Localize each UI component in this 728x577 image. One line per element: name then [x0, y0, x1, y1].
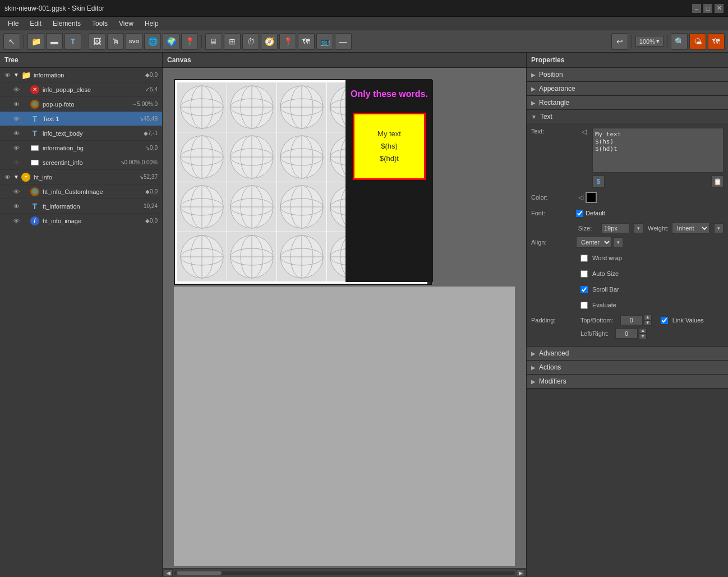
tree-item-ht-info-customimage[interactable]: 👁 🌐 ht_info_CustomImage ◆0,0 [0, 184, 162, 199]
close-button[interactable]: ✕ [715, 4, 724, 13]
tool-pin[interactable]: 📍 [181, 33, 198, 50]
menu-tools[interactable]: Tools [86, 19, 113, 29]
scroll-right-btn[interactable]: ▶ [516, 569, 525, 577]
expand-btn [21, 202, 29, 210]
menu-help[interactable]: Help [139, 19, 164, 29]
menu-file[interactable]: File [2, 19, 24, 29]
canvas-panel: Canvas // We'll generate globes inline v… [163, 53, 526, 577]
top-bottom-spin-down[interactable]: ▼ [644, 320, 652, 326]
menu-elements[interactable]: Elements [47, 19, 86, 29]
visibility-eye[interactable]: 👁 [11, 85, 21, 95]
section-actions-header[interactable]: ▶ Actions [527, 361, 728, 374]
top-bottom-spin-up[interactable]: ▲ [644, 315, 652, 320]
tool-screen[interactable]: 📺 [316, 33, 333, 50]
text-copy-btn[interactable]: 📋 [711, 176, 724, 188]
text-share-icon[interactable]: ◁ [579, 128, 589, 136]
left-right-spin-up[interactable]: ▲ [639, 328, 647, 334]
tool-location[interactable]: 📍 [279, 33, 296, 50]
expand-btn[interactable]: ▼ [12, 71, 20, 79]
word-wrap-checkbox[interactable] [580, 255, 588, 262]
visibility-eye[interactable]: 👁 [2, 172, 12, 182]
tool-svg[interactable]: SVG [126, 33, 142, 50]
size-spinner-btn[interactable]: ▾ [634, 223, 643, 233]
left-right-spin-down[interactable]: ▼ [639, 334, 647, 339]
tool-clock[interactable]: ⏱ [242, 33, 259, 50]
section-advanced-header[interactable]: ▶ Advanced [527, 347, 728, 360]
tool-weather[interactable]: 🌤 [689, 33, 706, 50]
tool-minus[interactable]: — [335, 33, 352, 50]
align-select[interactable]: Center Left Right Justify [576, 237, 612, 248]
tool-text[interactable]: T [64, 33, 81, 50]
visibility-eye[interactable]: 👁 [11, 187, 21, 197]
tree-item-info-text-body[interactable]: 👁 T info_text_body ◆7,-1 [0, 126, 162, 141]
link-values-label: Link Values [661, 317, 704, 324]
tree-item-information-bg[interactable]: 👁 information_bg ↘0,0 [0, 141, 162, 155]
minimize-button[interactable]: – [692, 4, 701, 13]
tool-cursor[interactable]: 🖱 [107, 33, 124, 50]
expand-btn[interactable]: ▼ [12, 173, 20, 181]
tool-grid[interactable]: ⊞ [224, 33, 241, 50]
section-text-header[interactable]: ▼ Text [527, 110, 728, 123]
left-right-input[interactable] [615, 329, 638, 339]
tool-globe[interactable]: 🌐 [144, 33, 161, 50]
section-position-header[interactable]: ▶ Position [527, 68, 728, 81]
align-spinner-btn[interactable]: ▾ [613, 237, 623, 247]
top-bottom-input[interactable] [620, 315, 643, 325]
visibility-eye[interactable]: 👁 [11, 114, 21, 124]
tree-item-text1[interactable]: 👁 T Text 1 ↘45,49 [0, 112, 162, 126]
zoom-control[interactable]: 100% ▾ [635, 36, 664, 47]
canvas-scrollbar-h[interactable]: ◀ ▶ [163, 568, 526, 577]
weight-spinner-btn[interactable]: ▾ [714, 223, 724, 233]
menu-view[interactable]: View [113, 19, 139, 29]
tool-globe2[interactable]: 🌍 [163, 33, 179, 50]
font-default-checkbox-label: Default [576, 210, 605, 217]
section-position-label: Position [539, 71, 563, 79]
section-modifiers-header[interactable]: ▶ Modifiers [527, 375, 728, 388]
text-textarea[interactable]: My text $(hs) $(hd)t [592, 128, 724, 173]
visibility-eye[interactable]: 👁 [2, 70, 12, 80]
color-share-icon[interactable]: ◁ [576, 193, 586, 201]
visibility-eye[interactable]: 👁 [11, 216, 21, 226]
section-rectangle-header[interactable]: ▶ Rectangle [527, 96, 728, 109]
visibility-eye[interactable]: 👁 [11, 201, 21, 211]
scroll-left-btn[interactable]: ◀ [164, 569, 173, 577]
color-box[interactable] [586, 192, 597, 203]
visibility-eye[interactable]: 👁 [11, 128, 21, 139]
evaluate-checkbox[interactable] [580, 302, 588, 309]
tree-item-ht-info[interactable]: 👁 ▼ ✦ ht_info ↘52,37 [0, 170, 162, 184]
font-label: Font: [531, 210, 576, 216]
tool-undo[interactable]: ↩ [611, 33, 628, 50]
maximize-button[interactable]: □ [703, 4, 712, 13]
only-words-text: Only these words. [345, 80, 433, 108]
scroll-bar-checkbox[interactable] [580, 286, 588, 293]
weight-select[interactable]: Inherit Normal Bold [672, 223, 709, 234]
tool-open-folder[interactable]: 📁 [27, 33, 44, 50]
menu-edit[interactable]: Edit [24, 19, 47, 29]
section-appearance-header[interactable]: ▶ Appearance [527, 82, 728, 95]
tool-save[interactable]: ▬ [46, 33, 63, 50]
scroll-thumb-h[interactable] [177, 571, 222, 575]
font-default-checkbox[interactable] [576, 210, 583, 217]
tool-compass[interactable]: 🧭 [261, 33, 278, 50]
tool-map[interactable]: 🗺 [298, 33, 315, 50]
tree-item-screentint-info[interactable]: 👁 screentint_info ↘0.00%,0.00% [0, 155, 162, 170]
tool-search[interactable]: 🔍 [671, 33, 688, 50]
tool-map2[interactable]: 🗺 [708, 33, 725, 50]
auto-size-checkbox[interactable] [580, 270, 588, 278]
tree-item-ht-info-image[interactable]: 👁 i ht_info_image ◆0,0 [0, 214, 162, 228]
size-input[interactable] [601, 223, 629, 233]
visibility-eye[interactable]: 👁 [11, 143, 21, 153]
text-dollar-btn[interactable]: $ [592, 176, 605, 188]
tree-item-popup-foto[interactable]: 👁 🌐 pop-up-foto →5.00%,0 [0, 97, 162, 112]
tool-image[interactable]: 🖼 [89, 33, 105, 50]
globe-cell [277, 132, 326, 182]
visibility-eye[interactable]: 👁 [11, 158, 21, 168]
link-values-checkbox[interactable] [661, 317, 668, 324]
tree-item-information[interactable]: 👁 ▼ 📁 information ◆0,0 [0, 68, 162, 82]
tree-item-tt-information[interactable]: 👁 T tt_information 10,24 [0, 199, 162, 214]
canvas-area[interactable]: // We'll generate globes inline via SVG [163, 68, 526, 577]
tree-item-info-popup-close[interactable]: 👁 ✕ info_popup_close ✓5,4 [0, 82, 162, 97]
visibility-eye[interactable]: 👁 [11, 99, 21, 109]
tool-select[interactable]: ↖ [3, 33, 20, 50]
tool-monitor[interactable]: 🖥 [205, 33, 222, 50]
